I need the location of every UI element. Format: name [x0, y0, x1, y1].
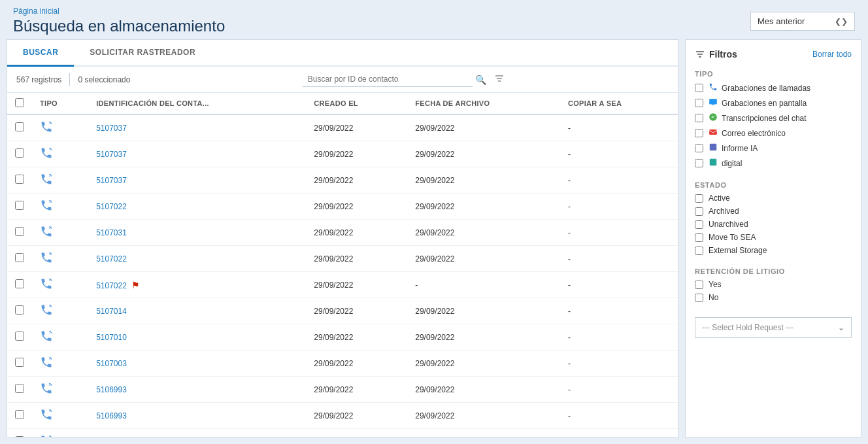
contact-id-link[interactable]: 5107031: [96, 228, 127, 237]
section-tipo: TIPO Grabaciones de llamadas Grabaciones…: [695, 66, 852, 171]
select-all-checkbox[interactable]: [15, 98, 24, 107]
divider: [69, 73, 70, 86]
cell-contact-id[interactable]: 5107031: [88, 220, 306, 246]
label-estado-external_storage[interactable]: External Storage: [709, 246, 767, 255]
clear-all-button[interactable]: Borrar todo: [812, 50, 852, 59]
cell-contact-id[interactable]: 5107014: [88, 298, 306, 324]
table-row: 510703729/09/202229/09/2022-: [7, 167, 678, 194]
checkbox-estado-move_to_sea[interactable]: [695, 233, 703, 242]
checkbox-tipo-grabaciones_pantalla[interactable]: [695, 99, 703, 107]
label-tipo-informe_ia[interactable]: Informe IA: [709, 143, 758, 154]
flag-icon: ⚑: [131, 280, 140, 290]
contact-id-link[interactable]: 5107037: [96, 150, 127, 159]
selected-count: 0 seleccionado: [78, 75, 130, 84]
row-checkbox-0[interactable]: [15, 122, 24, 131]
hold-request-dropdown[interactable]: --- Select Hold Request --- ⌄: [695, 317, 852, 338]
cell-contact-id[interactable]: 5106993: [88, 403, 306, 429]
label-tipo-transcripciones_chat[interactable]: Transcripciones del chat: [709, 112, 807, 124]
row-checkbox-10[interactable]: [15, 384, 24, 393]
row-checkbox-2[interactable]: [15, 175, 24, 184]
contact-id-link[interactable]: 5107037: [96, 176, 127, 185]
call-icon: [40, 309, 53, 318]
cell-contact-id[interactable]: 5106993: [88, 377, 306, 403]
contact-id-link[interactable]: 5107010: [96, 333, 127, 342]
table-row: 510699329/09/202229/09/2022-: [7, 403, 678, 429]
label-tipo-correo_electronico[interactable]: Correo electrónico: [709, 128, 786, 139]
cell-contact-id[interactable]: 5106993: [88, 429, 306, 437]
call-icon: [40, 414, 53, 423]
cell-contact-id[interactable]: 5107022: [88, 246, 306, 272]
search-input[interactable]: [303, 72, 473, 87]
table-toolbar: 567 registros 0 seleccionado 🔍: [7, 67, 678, 93]
checkbox-tipo-correo_electronico[interactable]: [695, 129, 703, 137]
cell-contact-id[interactable]: 5107037: [88, 114, 306, 141]
checkbox-estado-external_storage[interactable]: [695, 247, 703, 255]
contact-id-link[interactable]: 5107014: [96, 307, 127, 316]
checkbox-tipo-grabaciones_llamadas[interactable]: [695, 84, 703, 92]
checkbox-estado-unarchived[interactable]: [695, 220, 703, 229]
row-checkbox-12[interactable]: [15, 436, 24, 437]
filter-tipo-informe_ia: Informe IA: [695, 141, 852, 156]
filter-tipo-grabaciones_llamadas: Grabaciones de llamadas: [695, 80, 852, 95]
contact-id-link[interactable]: 5107037: [96, 124, 127, 133]
row-checkbox-11[interactable]: [15, 410, 24, 419]
cell-created: 29/09/2022: [306, 114, 407, 141]
label-estado-move_to_sea[interactable]: Move To SEA: [709, 233, 756, 242]
label-retencion-no[interactable]: No: [709, 293, 718, 302]
filter-icon[interactable]: [494, 73, 505, 86]
contact-id-link[interactable]: 5107003: [96, 359, 127, 368]
row-checkbox-7[interactable]: [15, 305, 24, 315]
tab-buscar[interactable]: BUSCAR: [7, 40, 74, 67]
checkbox-retencion-no[interactable]: [695, 294, 703, 302]
label-estado-unarchived[interactable]: Unarchived: [709, 220, 748, 229]
contact-id-link[interactable]: 5106993: [96, 385, 127, 394]
cell-contact-id[interactable]: 5107022 ⚑: [88, 272, 306, 298]
period-dropdown[interactable]: Mes anterior ❮❯: [750, 12, 855, 31]
call-icon: [40, 231, 53, 240]
cell-tipo: [32, 350, 88, 377]
cell-created: 29/09/2022: [306, 220, 407, 246]
contact-id-link[interactable]: 5107022: [96, 202, 127, 211]
row-checkbox-5[interactable]: [15, 253, 24, 262]
label-tipo-digital[interactable]: digital: [709, 158, 742, 169]
label-tipo-grabaciones_pantalla[interactable]: Grabaciones en pantalla: [709, 97, 807, 109]
row-checkbox-9[interactable]: [15, 358, 24, 367]
checkbox-tipo-transcripciones_chat[interactable]: [695, 114, 703, 122]
cell-copy-sea: -: [560, 220, 678, 246]
filter-estado-unarchived: Unarchived: [695, 218, 852, 231]
checkbox-tipo-digital[interactable]: [695, 159, 703, 167]
search-icon[interactable]: 🔍: [475, 75, 486, 85]
tab-solicitar[interactable]: SOLICITAR RASTREADOR: [74, 40, 211, 65]
row-checkbox-4[interactable]: [15, 227, 24, 236]
label-estado-active[interactable]: Active: [709, 194, 730, 203]
filter-title: Filtros: [695, 49, 737, 60]
checkbox-retencion-yes[interactable]: [695, 281, 703, 289]
breadcrumb[interactable]: Página inicial: [13, 7, 225, 16]
label-tipo-grabaciones_llamadas[interactable]: Grabaciones de llamadas: [709, 82, 810, 94]
contact-id-link[interactable]: 5107022: [96, 254, 127, 264]
call-icon: [40, 362, 53, 371]
contact-id-link[interactable]: 5106993: [96, 411, 127, 420]
cell-contact-id[interactable]: 5107010: [88, 324, 306, 350]
row-checkbox-8[interactable]: [15, 332, 24, 341]
cell-archive-date: 29/09/2022: [407, 429, 560, 437]
checkbox-estado-active[interactable]: [695, 194, 703, 203]
cell-contact-id[interactable]: 5107037: [88, 167, 306, 194]
row-checkbox-3[interactable]: [15, 201, 24, 210]
call-icon: [40, 257, 53, 266]
checkbox-estado-archived[interactable]: [695, 207, 703, 216]
cell-contact-id[interactable]: 5107037: [88, 141, 306, 167]
contact-id-link[interactable]: 5107022: [96, 281, 127, 290]
row-checkbox-6[interactable]: [15, 279, 24, 288]
cell-contact-id[interactable]: 5107003: [88, 350, 306, 377]
cell-archive-date: 29/09/2022: [407, 246, 560, 272]
label-estado-archived[interactable]: Archived: [709, 207, 739, 216]
cell-created: 29/09/2022: [306, 403, 407, 429]
checkbox-tipo-informe_ia[interactable]: [695, 144, 703, 152]
cell-contact-id[interactable]: 5107022: [88, 194, 306, 220]
table-row: 510703129/09/202229/09/2022-: [7, 220, 678, 246]
cell-created: 29/09/2022: [306, 194, 407, 220]
svg-rect-11: [710, 159, 717, 166]
label-retencion-yes[interactable]: Yes: [709, 280, 722, 289]
row-checkbox-1[interactable]: [15, 148, 24, 158]
